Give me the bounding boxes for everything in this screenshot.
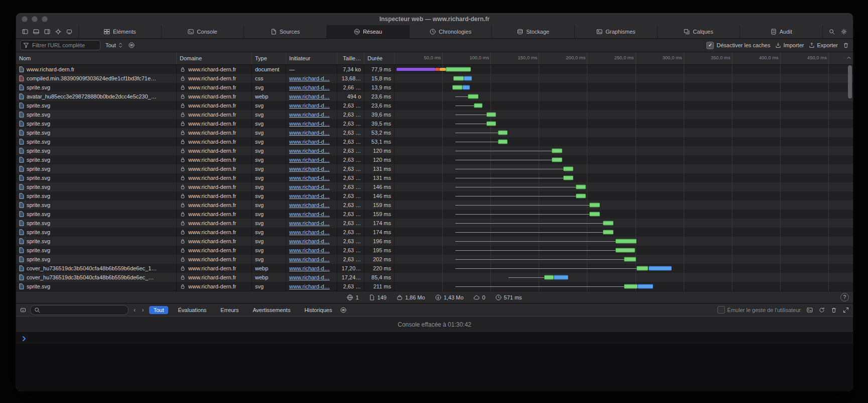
url-filter-box[interactable]: [20, 40, 100, 50]
initiator-link[interactable]: www.richard-d…: [289, 193, 330, 199]
initiator-link[interactable]: www.richard-d…: [289, 247, 330, 253]
initiator-link[interactable]: www.richard-d…: [289, 84, 330, 90]
network-request-row[interactable]: sprite.svg www.richard-dern.fr svg www.r…: [16, 200, 853, 210]
element-picker-icon[interactable]: [55, 29, 61, 35]
network-request-row[interactable]: sprite.svg www.richard-dern.fr svg www.r…: [16, 228, 853, 237]
initiator-link[interactable]: www.richard-d…: [289, 229, 330, 235]
search-icon[interactable]: [829, 29, 835, 35]
tab-calques[interactable]: Calques: [658, 25, 740, 38]
export-button[interactable]: Exporter: [809, 42, 838, 48]
console-drawer-icon[interactable]: [807, 307, 813, 313]
gear-icon[interactable]: [841, 29, 847, 35]
network-request-row[interactable]: sprite.svg www.richard-dern.fr svg www.r…: [16, 210, 853, 219]
column-header-initiator[interactable]: Initiateur: [286, 52, 337, 64]
dock-right-icon[interactable]: [44, 29, 50, 35]
network-request-row[interactable]: sprite.svg www.richard-dern.fr svg www.r…: [16, 155, 853, 164]
console-scope-avertissements[interactable]: Avertissements: [248, 306, 295, 314]
network-request-row[interactable]: sprite.svg www.richard-dern.fr svg www.r…: [16, 255, 853, 264]
network-request-row[interactable]: sprite.svg www.richard-dern.fr svg www.r…: [16, 110, 853, 119]
zoom-window-button[interactable]: [42, 16, 48, 22]
network-request-row[interactable]: sprite.svg www.richard-dern.fr svg www.r…: [16, 128, 853, 137]
reload-icon[interactable]: [819, 307, 825, 313]
column-header-type[interactable]: Type: [252, 52, 286, 64]
initiator-link[interactable]: www.richard-d…: [289, 75, 330, 81]
network-request-row[interactable]: cover_hu736519dc3b5040cfa48b6b559b6de6ec…: [16, 273, 853, 282]
minimize-window-button[interactable]: [32, 16, 38, 22]
console-scope-tout[interactable]: Tout: [149, 306, 169, 314]
help-button[interactable]: ?: [840, 293, 849, 301]
tab-éléments[interactable]: Éléments: [79, 25, 162, 38]
tab-réseau[interactable]: Réseau: [327, 25, 410, 38]
console-output-area[interactable]: [16, 345, 853, 391]
scrollbar-thumb[interactable]: [848, 65, 852, 98]
dock-bottom-icon[interactable]: [33, 29, 39, 35]
initiator-link[interactable]: www.richard-d…: [289, 202, 330, 208]
network-request-row[interactable]: cover_hu736519dc3b5040cfa48b6b559b6de6ec…: [16, 264, 853, 273]
network-request-row[interactable]: sprite.svg www.richard-dern.fr svg www.r…: [16, 164, 853, 173]
network-request-row[interactable]: avatar_hu85ecc3e298728880b0bde2dcc4e5c23…: [16, 92, 853, 101]
dock-left-icon[interactable]: [22, 29, 28, 35]
clear-network-items-trash-icon[interactable]: [843, 42, 849, 48]
network-request-row[interactable]: sprite.svg www.richard-dern.fr svg www.r…: [16, 137, 853, 146]
console-scope-évaluations[interactable]: Évaluations: [173, 306, 211, 314]
initiator-link[interactable]: www.richard-d…: [289, 220, 330, 226]
network-request-row[interactable]: sprite.svg www.richard-dern.fr svg www.r…: [16, 173, 853, 182]
initiator-link[interactable]: www.richard-d…: [289, 283, 330, 289]
clear-console-trash-icon[interactable]: [831, 307, 837, 313]
import-button[interactable]: Importer: [775, 42, 804, 48]
tab-graphismes[interactable]: Graphismes: [575, 25, 658, 38]
initiator-link[interactable]: www.richard-d…: [289, 157, 330, 163]
initiator-link[interactable]: www.richard-d…: [289, 112, 330, 118]
tab-sources[interactable]: Sources: [244, 25, 327, 38]
console-scope-erreurs[interactable]: Erreurs: [216, 306, 243, 314]
network-request-row[interactable]: sprite.svg www.richard-dern.fr svg www.r…: [16, 146, 853, 155]
initiator-link[interactable]: www.richard-d…: [289, 103, 330, 109]
network-request-row[interactable]: sprite.svg www.richard-dern.fr svg www.r…: [16, 191, 853, 200]
initiator-link[interactable]: www.richard-d…: [289, 166, 330, 172]
initiator-link[interactable]: www.richard-d…: [289, 121, 330, 127]
column-header-name[interactable]: Nom: [16, 52, 177, 64]
tab-stockage[interactable]: Stockage: [492, 25, 575, 38]
disable-caches-checkbox[interactable]: ✓ Désactiver les caches: [706, 42, 770, 49]
device-icon[interactable]: [66, 29, 72, 35]
previous-result-button[interactable]: ‹: [133, 306, 137, 314]
network-request-row[interactable]: sprite.svg www.richard-dern.fr svg www.r…: [16, 237, 853, 246]
filter-options-icon[interactable]: [129, 42, 135, 48]
initiator-link[interactable]: www.richard-d…: [289, 265, 330, 271]
initiator-link[interactable]: www.richard-d…: [289, 175, 330, 181]
network-request-row[interactable]: sprite.svg www.richard-dern.fr svg www.r…: [16, 83, 853, 92]
network-request-row[interactable]: sprite.svg www.richard-dern.fr svg www.r…: [16, 119, 853, 128]
initiator-link[interactable]: www.richard-d…: [289, 139, 330, 145]
network-request-row[interactable]: sprite.svg www.richard-dern.fr svg www.r…: [16, 182, 853, 191]
network-request-row[interactable]: sprite.svg www.richard-dern.fr svg www.r…: [16, 219, 853, 228]
initiator-link[interactable]: www.richard-d…: [289, 130, 330, 136]
console-scope-icon[interactable]: [20, 307, 26, 313]
column-header-duration[interactable]: Durée: [364, 52, 395, 64]
initiator-link[interactable]: www.richard-d…: [289, 274, 330, 280]
scroll-up-chevron-icon[interactable]: [846, 55, 852, 61]
vertical-scrollbar[interactable]: [848, 65, 852, 289]
initiator-link[interactable]: www.richard-d…: [289, 93, 330, 99]
close-window-button[interactable]: [22, 16, 28, 22]
network-request-row[interactable]: compiled.min.38390909f303624ed9e1cf1bd3f…: [16, 74, 853, 83]
initiator-link[interactable]: www.richard-d…: [289, 211, 330, 217]
url-filter-input[interactable]: [31, 42, 93, 49]
network-request-row[interactable]: sprite.svg www.richard-dern.fr svg www.r…: [16, 101, 853, 110]
column-header-size[interactable]: Taille…: [337, 52, 364, 64]
console-search-input[interactable]: [42, 307, 114, 314]
tab-chronologies[interactable]: Chronologies: [410, 25, 492, 38]
initiator-link[interactable]: www.richard-d…: [289, 148, 330, 154]
console-scope-historiques[interactable]: Historiques: [300, 306, 336, 314]
network-request-row[interactable]: sprite.svg www.richard-dern.fr svg www.r…: [16, 246, 853, 255]
console-prompt[interactable]: [16, 333, 853, 345]
initiator-link[interactable]: www.richard-d…: [289, 184, 330, 190]
resource-type-dropdown[interactable]: Tout: [105, 42, 123, 48]
emulate-user-gesture-checkbox[interactable]: Émuler le geste de l'utilisateur: [717, 306, 801, 314]
next-result-button[interactable]: ›: [141, 306, 145, 314]
initiator-link[interactable]: www.richard-d…: [289, 238, 330, 244]
console-filter-options-icon[interactable]: [340, 307, 346, 313]
network-request-row[interactable]: www.richard-dern.fr www.richard-dern.fr …: [16, 65, 853, 74]
expand-console-icon[interactable]: [843, 307, 849, 313]
column-header-domain[interactable]: Domaine: [177, 52, 252, 64]
network-request-row[interactable]: sprite.svg www.richard-dern.fr svg www.r…: [16, 282, 853, 291]
